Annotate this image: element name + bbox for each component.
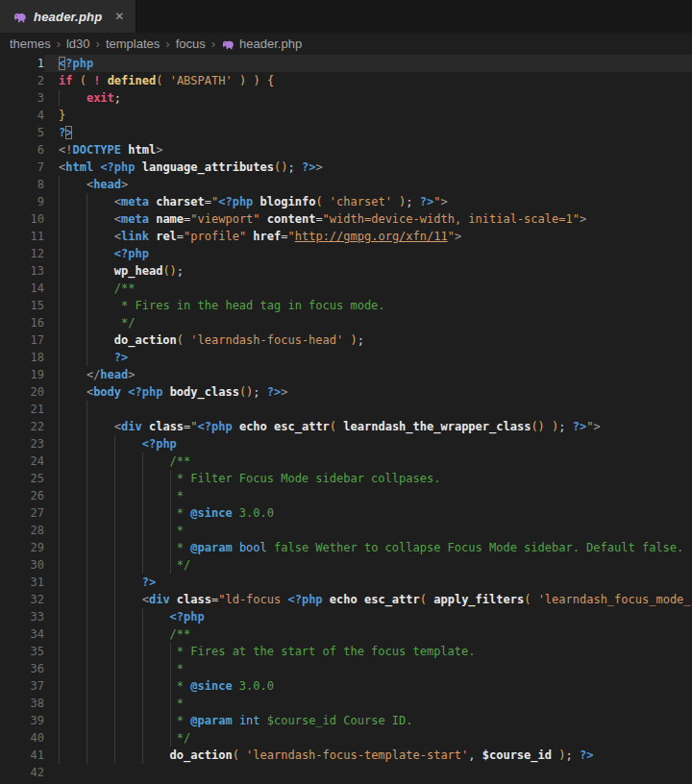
breadcrumb-item-themes[interactable]: themes	[10, 37, 51, 51]
code-line[interactable]: 25 * Filter Focus Mode sidebar collpases…	[0, 470, 692, 487]
code-line[interactable]: 6<!DOCTYPE html>	[0, 141, 692, 159]
code-line-content[interactable]: <?php	[44, 435, 692, 453]
code-line[interactable]: 16 */	[0, 314, 692, 331]
code-line[interactable]: 1<?php	[0, 55, 692, 72]
code-line[interactable]: 15 * Fires in the head tag in focus mode…	[0, 297, 692, 314]
code-line[interactable]: 7<html <?php language_attributes(); ?>>	[0, 159, 692, 176]
code-line[interactable]: 2if ( ! defined( 'ABSPATH' ) ) {	[0, 72, 692, 89]
code-line-content[interactable]: /**	[44, 280, 692, 297]
code-line-content[interactable]: * @since 3.0.0	[44, 504, 692, 522]
code-line[interactable]: 5?>	[0, 124, 692, 141]
code-line-content[interactable]: <link rel="profile" href="http://gmpg.or…	[44, 228, 692, 245]
code-line-content[interactable]: * Fires in the head tag in focus mode.	[44, 297, 692, 314]
code-line[interactable]: 23 <?php	[0, 435, 692, 453]
code-line-content[interactable]: do_action( 'learndash-focus-template-sta…	[44, 747, 692, 764]
code-line-content[interactable]: exit;	[44, 89, 692, 107]
code-line-content[interactable]: <head>	[44, 176, 692, 193]
code-line-content[interactable]: <meta charset="<?php bloginfo( 'charset'…	[44, 193, 692, 210]
code-line[interactable]: 36 *	[0, 660, 692, 677]
code-line[interactable]: 20 <body <?php body_class(); ?>>	[0, 383, 692, 401]
code-line[interactable]: 11 <link rel="profile" href="http://gmpg…	[0, 228, 692, 245]
code-line[interactable]: 17 do_action( 'learndash-focus-head' );	[0, 331, 692, 349]
code-line-content[interactable]: <?php	[44, 55, 692, 72]
code-line-content[interactable]: wp_head();	[44, 262, 692, 280]
code-line-content[interactable]: <div class="ld-focus <?php echo esc_attr…	[44, 591, 692, 608]
code-line-content[interactable]: * @param int $course_id Course ID.	[44, 712, 692, 729]
code-line-content[interactable]: */	[44, 729, 692, 747]
code-line[interactable]: 10 <meta name="viewport" content="width=…	[0, 210, 692, 228]
code-line[interactable]: 14 /**	[0, 280, 692, 297]
code-line-content[interactable]: <!DOCTYPE html>	[44, 141, 692, 159]
code-line[interactable]: 28 *	[0, 522, 692, 539]
code-line-content[interactable]: * @since 3.0.0	[44, 677, 692, 695]
code-line-content[interactable]: *	[44, 522, 692, 539]
code-line[interactable]: 35 * Fires at the start of the focus tem…	[0, 643, 692, 660]
code-line-content[interactable]: * @param bool false Wether to collapse F…	[44, 539, 692, 556]
code-line[interactable]: 30 */	[0, 556, 692, 574]
code-line[interactable]: 33 <?php	[0, 608, 692, 625]
breadcrumb-item-ld30[interactable]: ld30	[66, 37, 90, 51]
breadcrumb-item-file[interactable]: header.php	[221, 37, 302, 51]
code-line[interactable]: 22 <div class="<?php echo esc_attr( lear…	[0, 418, 692, 435]
code-line-content[interactable]: <?php	[44, 245, 692, 262]
code-line[interactable]: 3 exit;	[0, 89, 692, 107]
code-line[interactable]: 32 <div class="ld-focus <?php echo esc_a…	[0, 591, 692, 608]
code-line[interactable]: 38 *	[0, 695, 692, 712]
code-line-content[interactable]: do_action( 'learndash-focus-head' );	[44, 331, 692, 349]
code-line-content[interactable]: */	[44, 314, 692, 331]
code-line-content[interactable]: if ( ! defined( 'ABSPATH' ) ) {	[44, 72, 692, 89]
code-line-content[interactable]: * Fires at the start of the focus templa…	[44, 643, 692, 660]
indent-guide	[59, 262, 60, 280]
code-line[interactable]: 41 do_action( 'learndash-focus-template-…	[0, 747, 692, 764]
tab-header-php[interactable]: header.php ✕	[0, 0, 136, 33]
code-line[interactable]: 31 ?>	[0, 574, 692, 591]
indent-guide	[86, 435, 87, 453]
code-line-content[interactable]: <body <?php body_class(); ?>>	[44, 383, 692, 401]
breadcrumb-item-focus[interactable]: focus	[176, 37, 206, 51]
token	[59, 368, 86, 381]
code-line[interactable]: 26 *	[0, 487, 692, 504]
code-line-content[interactable]: *	[44, 660, 692, 677]
indent-guide	[86, 522, 87, 539]
close-icon[interactable]: ✕	[114, 11, 124, 22]
code-line-content[interactable]: /**	[44, 453, 692, 470]
indent-guide	[170, 504, 171, 522]
code-line-content[interactable]: /**	[44, 625, 692, 643]
code-line[interactable]: 4}	[0, 107, 692, 124]
code-line-content[interactable]	[44, 764, 692, 781]
code-line[interactable]: 37 * @since 3.0.0	[0, 677, 692, 695]
code-line-content[interactable]: *	[44, 487, 692, 504]
code-line-content[interactable]: */	[44, 556, 692, 574]
code-line[interactable]: 18 ?>	[0, 349, 692, 366]
code-line-content[interactable]: </head>	[44, 366, 692, 383]
code-line[interactable]: 29 * @param bool false Wether to collaps…	[0, 539, 692, 556]
code-line[interactable]: 24 /**	[0, 453, 692, 470]
code-line[interactable]: 9 <meta charset="<?php bloginfo( 'charse…	[0, 193, 692, 210]
code-line-content[interactable]: <meta name="viewport" content="width=dev…	[44, 210, 692, 228]
code-line-content[interactable]	[44, 401, 692, 418]
code-line-content[interactable]: <?php	[44, 608, 692, 625]
code-line[interactable]: 27 * @since 3.0.0	[0, 504, 692, 522]
token: echo	[330, 593, 358, 606]
token	[323, 195, 330, 208]
code-line[interactable]: 12 <?php	[0, 245, 692, 262]
code-line-content[interactable]: <div class="<?php echo esc_attr( learnda…	[44, 418, 692, 435]
code-line[interactable]: 34 /**	[0, 625, 692, 643]
code-line-content[interactable]: ?>	[44, 349, 692, 366]
code-line-content[interactable]: }	[44, 107, 692, 124]
code-line[interactable]: 13 wp_head();	[0, 262, 692, 280]
code-line[interactable]: 21	[0, 401, 692, 418]
code-editor[interactable]: 1<?php2if ( ! defined( 'ABSPATH' ) ) {3 …	[0, 55, 692, 784]
code-line[interactable]: 40 */	[0, 729, 692, 747]
code-line-content[interactable]: ?>	[44, 574, 692, 591]
code-line[interactable]: 42	[0, 764, 692, 781]
code-line[interactable]: 19 </head>	[0, 366, 692, 383]
code-line-content[interactable]: ?>	[44, 124, 692, 141]
code-line-content[interactable]: <html <?php language_attributes(); ?>>	[44, 159, 692, 176]
code-line-content[interactable]: * Filter Focus Mode sidebar collpases.	[44, 470, 692, 487]
indent-guide	[114, 556, 115, 574]
code-line[interactable]: 8 <head>	[0, 176, 692, 193]
breadcrumb-item-templates[interactable]: templates	[106, 37, 160, 51]
code-line[interactable]: 39 * @param int $course_id Course ID.	[0, 712, 692, 729]
code-line-content[interactable]: *	[44, 695, 692, 712]
